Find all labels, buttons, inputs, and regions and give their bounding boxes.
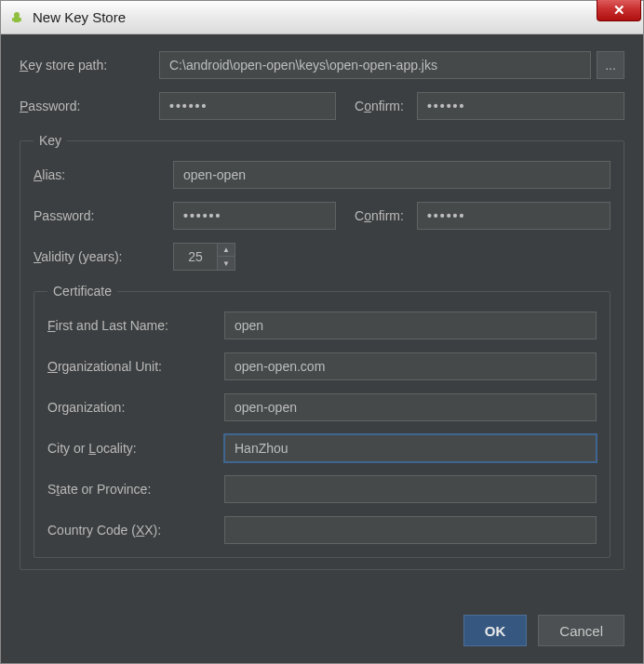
city-row: City or Locality: <box>47 434 597 462</box>
city-input[interactable] <box>224 434 597 462</box>
state-label: State or Province: <box>47 482 224 497</box>
keystore-path-input[interactable] <box>159 51 591 79</box>
org-label: Organization: <box>47 400 224 415</box>
keystore-password-row: Password: •••••• Confirm: •••••• <box>20 92 624 120</box>
cc-label: Country Code (XX): <box>47 523 224 538</box>
ou-label: Organizational Unit: <box>47 359 224 374</box>
titlebar: New Key Store ✕ <box>1 1 643 34</box>
org-input[interactable] <box>224 393 597 421</box>
state-row: State or Province: <box>47 475 597 503</box>
key-group: Key Alias: Password: •••••• Confirm: •••… <box>20 133 624 570</box>
cc-input[interactable] <box>224 516 597 544</box>
svg-rect-1 <box>14 17 20 22</box>
ou-row: Organizational Unit: <box>47 352 597 380</box>
keystore-path-row: Key store path: ... <box>20 51 624 79</box>
cc-row: Country Code (XX): <box>47 516 597 544</box>
key-legend: Key <box>34 133 67 148</box>
validity-spinner[interactable]: ▲ ▼ <box>173 243 235 271</box>
alias-input[interactable] <box>173 161 610 189</box>
app-icon <box>8 9 25 26</box>
key-password-label: Password: <box>34 208 173 223</box>
close-button[interactable]: ✕ <box>597 0 641 21</box>
button-bar: OK Cancel <box>20 600 624 663</box>
key-confirm-input[interactable]: •••••• <box>417 202 610 230</box>
first-name-label: First and Last Name: <box>47 318 224 333</box>
dialog-content: Key store path: ... Password: •••••• Con… <box>1 34 643 663</box>
key-password-input[interactable]: •••••• <box>173 202 336 230</box>
svg-rect-2 <box>12 18 14 21</box>
keystore-path-label: Key store path: <box>20 58 159 73</box>
dialog-window: New Key Store ✕ Key store path: ... Pass… <box>0 0 644 664</box>
key-confirm-label: Confirm: <box>355 208 404 223</box>
keystore-confirm-label: Confirm: <box>355 99 404 113</box>
certificate-group: Certificate First and Last Name: Organiz… <box>34 284 610 558</box>
ellipsis-icon: ... <box>605 58 616 73</box>
certificate-legend: Certificate <box>47 284 117 299</box>
validity-row: Validity (years): ▲ ▼ <box>34 243 610 271</box>
key-password-row: Password: •••••• Confirm: •••••• <box>34 202 610 230</box>
browse-button[interactable]: ... <box>597 51 624 79</box>
ok-button[interactable]: OK <box>463 615 528 646</box>
state-input[interactable] <box>224 475 597 503</box>
first-name-row: First and Last Name: <box>47 312 597 339</box>
city-label: City or Locality: <box>47 441 224 456</box>
validity-label: Validity (years): <box>34 249 173 264</box>
org-row: Organization: <box>47 393 597 421</box>
validity-input[interactable] <box>173 243 218 271</box>
keystore-password-input[interactable]: •••••• <box>159 92 336 120</box>
keystore-confirm-input[interactable]: •••••• <box>417 92 624 120</box>
spinner-up-icon[interactable]: ▲ <box>218 244 235 257</box>
window-title: New Key Store <box>33 9 126 25</box>
alias-row: Alias: <box>34 161 610 189</box>
svg-rect-3 <box>20 18 21 21</box>
ou-input[interactable] <box>224 352 597 380</box>
spinner-down-icon[interactable]: ▼ <box>218 257 235 270</box>
first-name-input[interactable] <box>224 312 597 339</box>
close-icon: ✕ <box>613 2 625 19</box>
cancel-button[interactable]: Cancel <box>538 615 624 646</box>
keystore-password-label: Password: <box>20 99 159 113</box>
alias-label: Alias: <box>34 167 173 182</box>
